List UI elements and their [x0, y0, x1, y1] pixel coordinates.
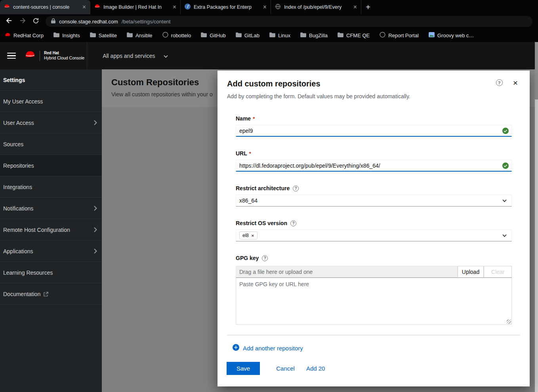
bookmark-label: GitHub — [210, 33, 225, 38]
page-scrollbar[interactable] — [535, 42, 538, 392]
bookmark-bugzilla[interactable]: BugZilla — [300, 33, 328, 38]
folder-icon — [201, 33, 207, 38]
brand-logo[interactable]: Red Hat Hybrid Cloud Console — [25, 51, 84, 61]
bookmark-label: RedHat Corp — [13, 33, 44, 38]
sidebar-item-repositories[interactable]: Repositories — [0, 155, 102, 176]
redhat-favicon-icon — [94, 4, 100, 10]
gpg-field-group: GPG key Drag a file here or upload one U… — [236, 255, 512, 325]
folder-icon — [236, 33, 242, 38]
sidebar-item-documentation[interactable]: Documentation — [0, 283, 102, 305]
repository-form: Name URL Restrict architecture x86_64 Re… — [236, 115, 512, 325]
help-icon[interactable] — [293, 185, 299, 191]
folder-icon — [90, 33, 96, 38]
url-label: URL — [236, 150, 512, 157]
sidebar-item-label: Remote Host Configuration — [3, 227, 70, 233]
add-20-button[interactable]: Add 20 — [306, 365, 325, 372]
folder-icon — [53, 33, 59, 38]
sidebar-item-remote-host-configuration[interactable]: Remote Host Configuration — [0, 219, 102, 241]
bookmark-report-portal[interactable]: Report Portal — [380, 32, 419, 39]
sidebar-item-user-access[interactable]: User Access — [0, 112, 102, 134]
forward-icon[interactable] — [19, 17, 26, 26]
app-switcher-label: All apps and services — [103, 53, 155, 59]
chevron-right-icon — [94, 227, 97, 232]
sidebar-item-label: Applications — [3, 248, 33, 254]
tab-content-sources[interactable]: content-sources | console — [0, 0, 90, 14]
browser-tab-bar: content-sources | console Image Builder … — [0, 0, 538, 14]
masthead-divider — [87, 42, 87, 69]
help-icon[interactable] — [496, 79, 503, 86]
bookmark-cfme-qe[interactable]: CFME QE — [338, 33, 370, 38]
bookmark-label: Ansible — [135, 33, 153, 38]
bookmark-label: robottelo — [171, 33, 191, 38]
os-version-label: Restrict OS version — [236, 220, 512, 226]
tab-close-icon[interactable] — [263, 4, 267, 10]
sidebar-item-label: User Access — [3, 120, 34, 126]
os-version-select[interactable]: el8 — [236, 229, 512, 241]
brand-line2: Hybrid Cloud Console — [44, 55, 84, 61]
bookmark-ansible[interactable]: Ansible — [127, 33, 153, 38]
bookmark-redhat-corp[interactable]: RedHat Corp — [5, 33, 44, 38]
folder-icon — [338, 33, 343, 38]
bookmark-label: Groovy web c… — [437, 33, 474, 38]
architecture-field-group: Restrict architecture x86_64 — [236, 185, 512, 207]
gpg-file-dropzone[interactable]: Drag a file here or upload one — [236, 266, 458, 278]
tab-image-builder[interactable]: Image Builder | Red Hat In — [90, 0, 181, 14]
sidebar-item-label: Sources — [3, 141, 23, 147]
chevron-right-icon — [94, 249, 97, 254]
tab-epel-docs[interactable]: f Extra Packages for Enterp — [181, 0, 271, 14]
app-switcher-dropdown[interactable]: All apps and services — [103, 53, 168, 59]
gpg-key-textarea[interactable]: Paste GPG key or URL here — [236, 278, 512, 325]
chip-label: el8 — [242, 233, 249, 238]
new-tab-button[interactable] — [361, 0, 375, 14]
required-asterisk — [249, 151, 251, 157]
brand-line1: Red Hat — [44, 51, 84, 56]
tab-close-icon[interactable] — [173, 4, 176, 10]
sidebar-item-integrations[interactable]: Integrations — [0, 176, 102, 198]
sidebar-item-label: Repositories — [3, 163, 34, 169]
bookmark-robottelo[interactable]: robottelo — [162, 32, 191, 39]
sidebar-item-applications[interactable]: Applications — [0, 241, 102, 262]
bookmark-groovy[interactable]: Groovy web c… — [429, 32, 474, 38]
save-button[interactable]: Save — [227, 362, 260, 375]
tab-close-icon[interactable] — [353, 4, 357, 10]
architecture-select[interactable]: x86_64 — [236, 195, 512, 207]
upload-button[interactable]: Upload — [458, 266, 484, 278]
url-field[interactable]: console.stage.redhat.com/beta/settings/c… — [46, 16, 532, 27]
bookmark-satellite[interactable]: Satellite — [90, 33, 117, 38]
cancel-button[interactable]: Cancel — [276, 365, 295, 372]
hamburger-menu-icon[interactable] — [7, 53, 16, 59]
redhat-favicon-icon — [4, 4, 10, 10]
back-icon[interactable] — [6, 17, 13, 26]
close-icon[interactable] — [513, 79, 518, 86]
help-icon[interactable] — [262, 255, 268, 261]
required-asterisk — [253, 116, 255, 122]
bookmark-insights[interactable]: Insights — [53, 33, 80, 38]
bookmark-linux[interactable]: Linux — [269, 33, 290, 38]
bookmark-github[interactable]: GitHub — [201, 33, 225, 38]
url-input[interactable] — [236, 160, 512, 172]
tab-title: Image Builder | Red Hat In — [103, 4, 170, 10]
help-icon[interactable] — [290, 220, 296, 226]
url-host: console.stage.redhat.com — [59, 19, 118, 25]
bookmark-label: GitLab — [244, 33, 259, 38]
sidebar-item-label: Learning Resources — [3, 270, 53, 276]
bookmark-gitlab[interactable]: GitLab — [236, 33, 259, 38]
sidebar-item-my-user-access[interactable]: My User Access — [0, 91, 102, 112]
add-another-repository-link[interactable]: Add another repository — [233, 344, 303, 352]
sidebar-item-sources[interactable]: Sources — [0, 134, 102, 155]
sidebar-item-label: My User Access — [3, 98, 43, 105]
folder-icon — [127, 33, 133, 38]
redhat-fedora-icon — [25, 51, 36, 61]
tab-close-icon[interactable] — [82, 4, 86, 10]
scrollbar-thumb[interactable] — [535, 42, 538, 99]
chip-remove-icon[interactable] — [251, 233, 254, 238]
reload-icon[interactable] — [32, 17, 39, 26]
name-input[interactable] — [236, 125, 512, 137]
tab-epel-index[interactable]: Index of /pub/epel/9/Every — [271, 0, 361, 14]
sidebar-item-notifications[interactable]: Notifications — [0, 198, 102, 219]
clear-button[interactable]: Clear — [484, 266, 512, 278]
sidebar-item-label: Integrations — [3, 184, 32, 190]
url-field-group: URL — [236, 150, 512, 172]
sidebar-item-learning-resources[interactable]: Learning Resources — [0, 262, 102, 283]
bookmark-label: BugZilla — [309, 33, 328, 38]
